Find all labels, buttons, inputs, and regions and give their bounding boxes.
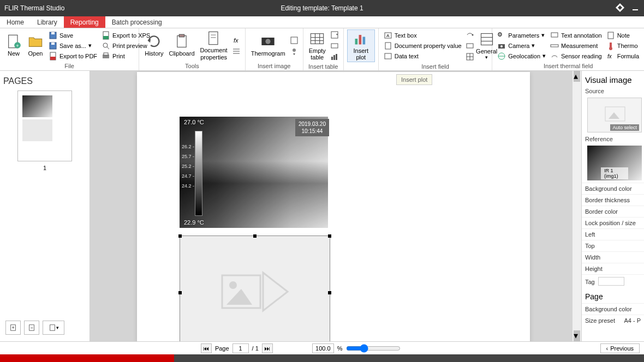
thermogram-button[interactable]: Thermogram: [249, 33, 288, 58]
reference-thumbnail[interactable]: IR 1 (img1): [587, 146, 642, 180]
minimize-button[interactable]: [631, 3, 640, 14]
menu-library[interactable]: Library: [31, 16, 64, 28]
geolocation-button[interactable]: Geolocation ▾: [496, 51, 547, 61]
svg-point-60: [500, 45, 503, 47]
insert-plot-button[interactable]: Insert plot: [347, 29, 375, 62]
print-icon: [102, 52, 110, 61]
svg-rect-7: [51, 32, 55, 34]
first-page-button[interactable]: ⏮: [201, 343, 212, 353]
field-opt2-icon[interactable]: [466, 41, 474, 50]
page-thumbnail[interactable]: [17, 90, 72, 161]
parameters-button[interactable]: ⚙Parameters ▾: [496, 31, 547, 40]
svg-marker-77: [263, 273, 288, 311]
menu-batch[interactable]: Batch processing: [105, 16, 169, 28]
text-box-button[interactable]: AText box: [382, 31, 463, 40]
table-opt1-icon[interactable]: [330, 31, 339, 39]
resize-handle[interactable]: [328, 291, 331, 294]
table-opt2-icon[interactable]: [330, 41, 339, 50]
thermo-button[interactable]: Thermo: [605, 41, 641, 51]
page-bg-row[interactable]: Background color: [582, 303, 644, 315]
border-thickness-row[interactable]: Border thickness: [582, 194, 644, 206]
svg-rect-33: [311, 34, 324, 44]
thermo-icon: [606, 41, 615, 50]
svg-rect-21: [208, 32, 217, 45]
top-row[interactable]: Top: [582, 240, 644, 251]
data-text-button[interactable]: Data text: [382, 51, 463, 61]
resize-handle[interactable]: [178, 234, 182, 238]
svg-rect-40: [331, 44, 338, 48]
scroll-down-arrow[interactable]: ▾: [574, 330, 580, 341]
formula-icon[interactable]: fx: [232, 36, 241, 45]
video-progress-bar[interactable]: [0, 354, 644, 362]
zoom-slider[interactable]: [346, 344, 401, 353]
clipboard-button[interactable]: Clipboard: [166, 33, 196, 58]
pdf-icon: [49, 52, 57, 61]
document-properties-button[interactable]: Document properties: [198, 29, 230, 61]
image-option-icon[interactable]: [290, 36, 299, 45]
lock-position-row[interactable]: Lock position / size: [582, 217, 644, 228]
ribbon: + New Open Save Save as... ▾ Export to P…: [0, 28, 644, 71]
last-page-button[interactable]: ⏭: [262, 343, 273, 353]
open-button[interactable]: Open: [25, 33, 46, 58]
image-dropdown-icon[interactable]: [290, 47, 299, 56]
group-label-insert-field: Insert field: [379, 63, 492, 71]
save-as-button[interactable]: Save as... ▾: [47, 41, 99, 51]
previous-button[interactable]: ‹Previous: [600, 343, 640, 353]
size-preset-row[interactable]: Size preset A4 - P: [582, 315, 644, 326]
field-opt1-icon[interactable]: [466, 31, 474, 39]
height-row[interactable]: Height: [582, 263, 644, 274]
formula-button[interactable]: fxFormula: [605, 51, 641, 61]
table-opt3-icon[interactable]: [330, 52, 339, 61]
max-temp-label: 27.0 °C: [184, 119, 204, 125]
svg-rect-65: [608, 32, 613, 39]
list-icon[interactable]: [232, 47, 241, 56]
svg-rect-56: [481, 33, 492, 45]
export-pdf-button[interactable]: Export to PDF: [47, 51, 99, 61]
sensor-reading-button[interactable]: Sensor reading: [548, 51, 604, 61]
empty-table-button[interactable]: Empty table: [307, 30, 328, 62]
group-label-file: File: [0, 63, 139, 70]
add-page-button[interactable]: +: [5, 321, 21, 335]
svg-text:A: A: [386, 33, 390, 38]
resize-handle[interactable]: [253, 234, 257, 238]
bg-color-row[interactable]: Background color: [582, 183, 644, 194]
vertical-scrollbar[interactable]: ▴ ▾: [573, 71, 581, 341]
canvas-area[interactable]: 27.0 °C 22.9 °C 26.2 - 25.7 - 25.2 - 24.…: [90, 71, 581, 341]
source-thumbnail[interactable]: Auto select: [587, 98, 642, 132]
visual-image-object[interactable]: [180, 236, 330, 341]
group-label-insert-image: Insert image: [246, 63, 303, 70]
save-button[interactable]: Save: [47, 31, 99, 40]
text-annotation-button[interactable]: Text annotation: [548, 31, 604, 40]
new-button[interactable]: + New: [3, 33, 24, 58]
app-name: FLIR Thermal Studio: [4, 4, 65, 12]
note-button[interactable]: Note: [605, 31, 641, 40]
menu-home[interactable]: Home: [0, 16, 31, 28]
left-row[interactable]: Left: [582, 228, 644, 240]
field-opt3-icon[interactable]: [466, 52, 474, 61]
page-options-button[interactable]: ▾: [43, 321, 64, 335]
thermogram-object[interactable]: 27.0 °C 22.9 °C 26.2 - 25.7 - 25.2 - 24.…: [180, 117, 328, 228]
svg-rect-50: [385, 53, 391, 59]
doc-property-value-button[interactable]: Document property value: [382, 41, 463, 51]
page-total: / 1: [252, 345, 259, 352]
zoom-input[interactable]: [312, 343, 334, 353]
measurement-button[interactable]: Measurement: [548, 41, 604, 51]
camera-button[interactable]: Camera ▾: [496, 41, 547, 51]
report-page[interactable]: 27.0 °C 22.9 °C 26.2 - 25.7 - 25.2 - 24.…: [137, 72, 530, 341]
border-color-row[interactable]: Border color: [582, 206, 644, 217]
page-number-input[interactable]: [232, 343, 249, 353]
scroll-up-arrow[interactable]: ▴: [574, 71, 580, 82]
doc-props-icon: [206, 31, 222, 46]
auto-select-badge: Auto select: [610, 124, 639, 131]
width-row[interactable]: Width: [582, 251, 644, 263]
tag-row[interactable]: Tag: [582, 274, 644, 288]
history-button[interactable]: History: [142, 33, 165, 58]
delete-page-button[interactable]: −: [24, 321, 39, 335]
resize-handle[interactable]: [178, 291, 182, 294]
resize-handle[interactable]: [328, 234, 331, 238]
undo-icon: [146, 34, 162, 49]
svg-rect-41: [331, 57, 333, 60]
svg-text:+: +: [11, 325, 14, 330]
menu-reporting[interactable]: Reporting: [64, 16, 105, 28]
tag-input[interactable]: [598, 277, 624, 286]
